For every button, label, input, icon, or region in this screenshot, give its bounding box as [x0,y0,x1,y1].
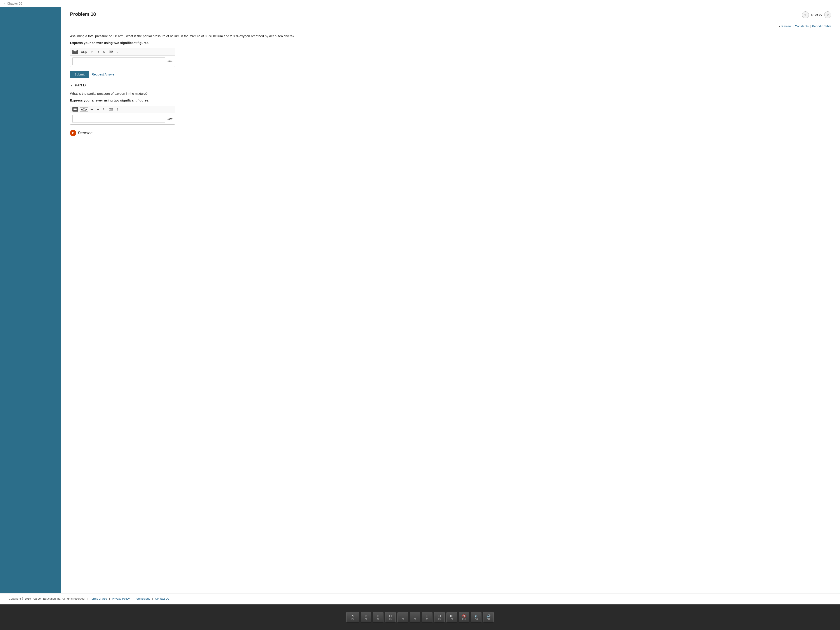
pearson-branding-area: P Pearson [70,130,831,136]
terms-link[interactable]: Terms of Use [90,597,107,600]
part-a-question: Assuming a total pressure of 9.8 atm , w… [70,33,831,39]
svg-rect-0 [74,50,75,51]
submit-row: Submit Request Answer [70,71,831,78]
key-f5[interactable]: — F5 [398,612,408,623]
key-f12[interactable]: 🔊 F12 [483,612,494,623]
part-b-instruction: Express your answer using two significan… [70,98,831,102]
prev-button[interactable]: < [802,11,809,18]
nav-count: 18 of 27 [811,13,823,17]
part-b-toggle[interactable]: ▼ [70,84,73,87]
fraction-icon: √ [73,50,78,54]
refresh-btn-a[interactable]: ↻ [102,50,106,54]
key-f9[interactable]: ⏭ F9 [447,612,457,623]
key-f1[interactable]: ☀ F1 [346,612,359,623]
part-b-label: Part B [75,83,86,87]
periodic-table-link[interactable]: Periodic Table [812,25,831,28]
part-b-answer-box: ΑΣφ ↩ ↪ ↻ ⌨ ? atm [70,106,175,125]
redo-btn-a[interactable]: ↪ [96,50,100,54]
key-f2[interactable]: ☀ F2 [361,612,371,623]
copyright-text: Copyright © 2019 Pearson Education Inc. … [9,597,85,600]
pearson-logo: P [70,130,76,136]
footer-section: Copyright © 2019 Pearson Education Inc. … [0,593,840,604]
svg-rect-9 [75,108,77,109]
nav-controls: < 18 of 27 > [802,11,831,18]
part-b-question: What is the partial pressure of oxygen i… [70,91,831,96]
chapter-link[interactable]: < Chapter 06 [5,2,835,5]
part-a-input-row: atm [70,55,175,67]
part-a-unit: atm [167,60,172,63]
part-b-input[interactable] [73,115,165,123]
help-btn-b[interactable]: ? [116,107,120,112]
svg-rect-8 [74,109,75,110]
keyboard-area: ☀ F1 ☀ F2 ⊞ F3 ⊟ F4 — F5 ⋯ F6 ⏮ F7 ⏯ F8 … [0,604,840,630]
footer-links: Copyright © 2019 Pearson Education Inc. … [9,597,831,600]
keyboard-btn-b[interactable]: ⌨ [108,107,114,112]
part-a-instruction: Express your answer using two significan… [70,41,831,45]
undo-btn-a[interactable]: ↩ [90,50,94,54]
part-b-unit: atm [167,117,172,120]
key-f3[interactable]: ⊞ F3 [373,612,384,623]
part-b-input-row: atm [70,113,175,125]
math-symbol-btn-b[interactable]: ΑΣφ [80,107,88,112]
redo-btn-b[interactable]: ↪ [96,107,100,112]
main-content: Problem 18 < 18 of 27 > ▪ Review | Const… [61,7,840,593]
review-icon: ▪ [779,25,780,28]
part-b-toolbar: ΑΣφ ↩ ↪ ↻ ⌨ ? [70,106,175,113]
constants-link[interactable]: Constants [795,25,809,28]
svg-rect-2 [74,52,75,52]
help-btn-a[interactable]: ? [116,50,120,54]
permissions-link[interactable]: Permissions [134,597,150,600]
next-button[interactable]: > [824,11,831,18]
svg-rect-7 [74,109,75,109]
privacy-link[interactable]: Privacy Policy [112,597,130,600]
review-link[interactable]: Review [782,25,791,28]
refresh-btn-b[interactable]: ↻ [102,107,106,112]
review-bar: ▪ Review | Constants | Periodic Table [70,25,831,28]
svg-rect-10 [75,109,77,110]
contact-link[interactable]: Contact Us [155,597,169,600]
part-a-input[interactable] [73,57,165,65]
part-a-toolbar: √ ΑΣφ ↩ ↪ ↻ ⌨ ? [70,48,175,55]
key-f7[interactable]: ⏮ F7 [422,612,433,623]
pearson-name: Pearson [78,131,93,136]
key-f11[interactable]: 🔉 F11 [471,612,482,623]
part-b-section: ▼ Part B What is the partial pressure of… [70,83,831,125]
problem-title: Problem 18 [70,11,96,17]
part-b-header: ▼ Part B [70,83,831,87]
pearson-branding: P Pearson [70,130,831,136]
math-symbol-btn[interactable]: ΑΣφ [80,50,88,54]
keyboard-btn-a[interactable]: ⌨ [108,50,114,54]
request-answer-button[interactable]: Request Answer [92,73,115,76]
key-f6[interactable]: ⋯ F6 [410,612,420,623]
undo-btn-b[interactable]: ↩ [90,107,94,112]
part-a-answer-box: √ ΑΣφ ↩ ↪ ↻ ⌨ ? atm [70,48,175,67]
submit-button[interactable]: Submit [70,71,89,78]
key-f8[interactable]: ⏯ F8 [434,612,445,623]
sidebar [0,7,61,593]
key-f4[interactable]: ⊟ F4 [385,612,396,623]
svg-rect-6 [74,108,75,109]
key-f10[interactable]: 🔇 F10 [459,612,469,623]
fraction-icon-b [73,107,78,112]
